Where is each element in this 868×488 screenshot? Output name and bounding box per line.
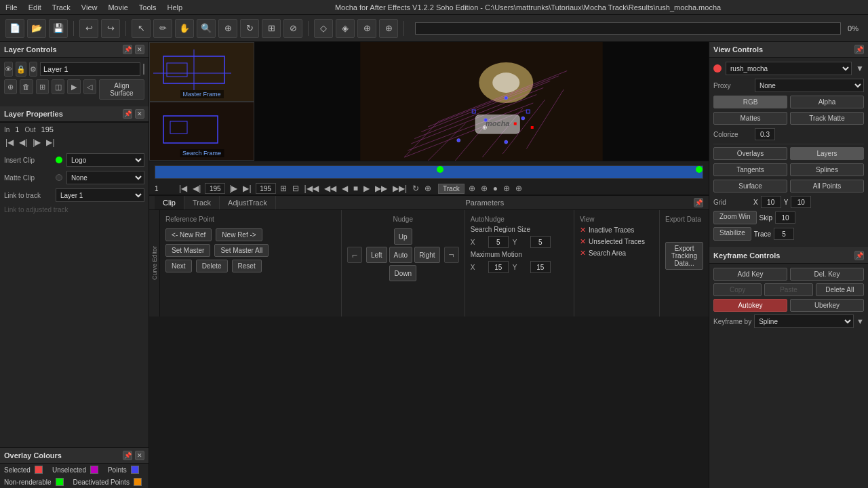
tc-extra1[interactable]: ⊕ xyxy=(467,184,477,193)
track-btn[interactable]: Track xyxy=(438,184,465,194)
keyframe-by-select[interactable]: Spline xyxy=(754,314,854,328)
menu-help[interactable]: Help xyxy=(167,3,182,12)
tangents-btn[interactable]: Tangents xyxy=(713,163,787,176)
set-master-all-btn[interactable]: Set Master All xyxy=(214,244,269,257)
undo-button[interactable]: ↩ xyxy=(79,19,98,38)
kf-pin[interactable]: 📌 xyxy=(854,251,864,260)
grid-btn[interactable]: ⊞ xyxy=(279,184,288,193)
delete-all-btn[interactable]: Delete All xyxy=(816,283,864,296)
new-ref-right-btn[interactable]: New Ref -> xyxy=(216,228,262,241)
bezier-tool[interactable]: ◈ xyxy=(336,19,355,38)
magnet-tool[interactable]: ⊕ xyxy=(218,19,237,38)
right-btn[interactable]: Right xyxy=(414,247,439,263)
point-tool[interactable]: ⊕ xyxy=(357,19,376,38)
insert-clip-select[interactable]: Logo xyxy=(66,153,144,167)
go-first-frame-btn[interactable]: |◀ xyxy=(178,184,189,193)
tc-extra3[interactable]: ● xyxy=(492,184,499,193)
points-swatch[interactable] xyxy=(131,466,139,474)
add-key-btn[interactable]: Add Key xyxy=(713,268,787,281)
deactivated-swatch[interactable] xyxy=(134,478,142,486)
inactive-traces-x[interactable]: ✕ xyxy=(580,226,586,235)
track-tab[interactable]: Track xyxy=(184,196,220,209)
pan-tool[interactable]: ✋ xyxy=(175,19,194,38)
unselected-swatch[interactable] xyxy=(90,466,98,474)
layer-tool-3[interactable]: ⊞ xyxy=(36,79,49,94)
autonudge-my-input[interactable] xyxy=(530,261,551,273)
grid-y-input[interactable] xyxy=(791,196,811,208)
main-viewport[interactable]: mocha ⊕ xyxy=(254,42,709,161)
layer-lock-btn[interactable]: 🔒 xyxy=(16,62,26,77)
clip-tab[interactable]: Clip xyxy=(155,196,184,209)
zoom-win-btn[interactable]: Zoom Win xyxy=(713,211,757,224)
play-fast-btn[interactable]: ▶▶ xyxy=(374,184,389,193)
menu-tools[interactable]: Tools xyxy=(139,3,157,12)
save-button[interactable]: 💾 xyxy=(49,19,68,38)
tc-extra4[interactable]: ⊕ xyxy=(502,184,511,193)
menu-track[interactable]: Track xyxy=(52,3,71,12)
skip-input[interactable] xyxy=(775,211,795,224)
zoom-tool[interactable]: 🔍 xyxy=(197,19,216,38)
view-controls-pin[interactable]: 📌 xyxy=(854,45,864,54)
rgb-btn[interactable]: RGB xyxy=(713,96,787,108)
layer-visibility-btn[interactable]: 👁 xyxy=(4,62,13,77)
go-next-btn[interactable]: |▶ xyxy=(31,136,42,148)
layer-tool-5[interactable]: ▶ xyxy=(67,79,80,94)
overlays-btn[interactable]: Overlays xyxy=(713,147,787,160)
prev-key-btn[interactable]: |◀◀ xyxy=(303,184,320,193)
extra-btn[interactable]: ⊕ xyxy=(423,184,433,193)
tc-extra2[interactable]: ⊕ xyxy=(479,184,489,193)
del-key-btn[interactable]: Del. Key xyxy=(790,268,864,281)
proxy-select[interactable]: None xyxy=(755,79,864,92)
track-matte-btn[interactable]: Track Matte xyxy=(790,112,864,125)
nudge-bracket-tl[interactable]: ⌐ xyxy=(347,247,362,263)
vc-expand-btn[interactable]: ▼ xyxy=(856,64,864,73)
grid-x-input[interactable] xyxy=(761,196,781,208)
layer-cog-btn[interactable]: ⚙ xyxy=(29,62,37,77)
next-key-btn[interactable]: ▶▶| xyxy=(391,184,408,193)
delete-btn[interactable]: Delete xyxy=(196,260,228,272)
kf-spline-expand[interactable]: ▼ xyxy=(856,317,864,325)
stop-btn[interactable]: ■ xyxy=(352,184,359,193)
pin-tool[interactable]: ⊕ xyxy=(379,19,398,38)
non-renderable-swatch[interactable] xyxy=(56,478,64,486)
menu-edit[interactable]: Edit xyxy=(28,3,41,12)
align-surface-btn[interactable]: Align Surface xyxy=(99,79,144,100)
autonudge-y-input[interactable] xyxy=(530,236,551,248)
overlay-pin[interactable]: 📌 xyxy=(123,451,132,460)
timeline-playhead[interactable] xyxy=(437,166,443,173)
next-btn[interactable]: Next xyxy=(165,260,192,272)
new-button[interactable]: 📄 xyxy=(5,19,24,38)
reset-btn[interactable]: Reset xyxy=(232,260,262,272)
new-ref-left-btn[interactable]: <- New Ref xyxy=(165,228,212,241)
loop-btn[interactable]: ↻ xyxy=(411,184,420,193)
paste-btn[interactable]: Paste xyxy=(764,283,812,296)
rew-btn[interactable]: ◀◀ xyxy=(323,184,338,193)
stabilize-btn[interactable]: Stabilize xyxy=(713,227,751,241)
selected-swatch[interactable] xyxy=(35,466,43,474)
layer-color-swatch[interactable] xyxy=(143,64,144,75)
total-frames-input[interactable] xyxy=(205,183,225,194)
layer-props-close[interactable]: ✕ xyxy=(135,109,144,119)
go-start-btn[interactable]: |◀ xyxy=(4,136,15,148)
auto-btn[interactable]: Auto xyxy=(389,247,413,263)
layer-tool-4[interactable]: ◫ xyxy=(52,79,64,94)
autonudge-mx-input[interactable] xyxy=(488,261,509,273)
play-btn[interactable]: ▶ xyxy=(362,184,371,193)
go-last-frame-btn[interactable]: ▶| xyxy=(241,184,252,193)
splines-btn[interactable]: Splines xyxy=(790,163,864,176)
vc-layer-select[interactable]: rush_mocha xyxy=(726,62,852,75)
autokey-btn[interactable]: Autokey xyxy=(713,299,787,312)
down-btn[interactable]: Down xyxy=(389,265,416,281)
up-btn[interactable]: Up xyxy=(394,228,412,245)
rew-slow-btn[interactable]: ◀ xyxy=(340,184,349,193)
spline-tool[interactable]: ◇ xyxy=(314,19,333,38)
mattes-btn[interactable]: Mattes xyxy=(713,112,787,125)
export-btn[interactable]: Export Tracking Data... xyxy=(665,242,703,270)
params-pin[interactable]: 📌 xyxy=(694,198,703,207)
pen-tool[interactable]: ✏ xyxy=(153,19,172,38)
surface-btn[interactable]: Surface xyxy=(713,180,787,192)
link-track-select[interactable]: Layer 1 xyxy=(56,188,144,202)
unselected-traces-x[interactable]: ✕ xyxy=(580,237,586,246)
rotate-tool[interactable]: ↻ xyxy=(240,19,259,38)
timeline-track[interactable] xyxy=(155,165,703,179)
